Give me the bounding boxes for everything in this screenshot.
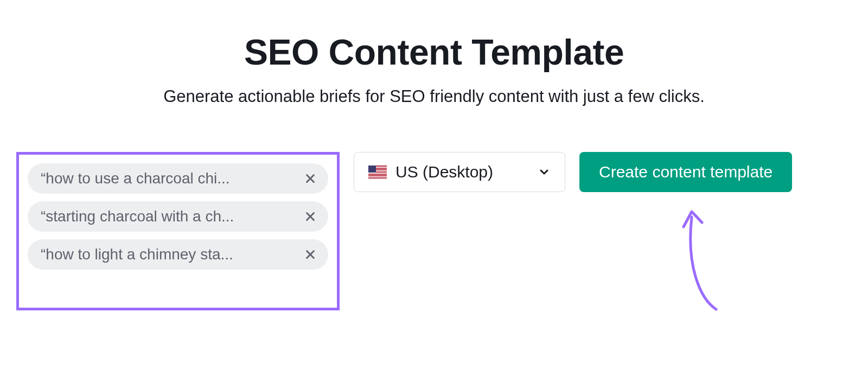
keyword-chip-label: “how to light a chimney sta...: [41, 246, 297, 263]
page-container: SEO Content Template Generate actionable…: [0, 0, 868, 310]
page-subtitle: Generate actionable briefs for SEO frien…: [0, 87, 868, 106]
locale-dropdown[interactable]: US (Desktop): [354, 152, 565, 192]
controls-row: “how to use a charcoal chi... “starting …: [0, 152, 868, 310]
keyword-chip-label: “starting charcoal with a ch...: [41, 208, 297, 225]
close-icon[interactable]: [303, 247, 317, 262]
keyword-chip-label: “how to use a charcoal chi...: [41, 170, 297, 187]
create-content-template-button[interactable]: Create content template: [579, 152, 792, 192]
chevron-down-icon: [538, 166, 551, 179]
close-icon[interactable]: [303, 209, 317, 224]
close-icon[interactable]: [303, 171, 317, 186]
keywords-input-box[interactable]: “how to use a charcoal chi... “starting …: [16, 152, 340, 310]
keyword-chip: “starting charcoal with a ch...: [28, 201, 328, 232]
locale-label: US (Desktop): [395, 163, 529, 181]
us-flag-icon: [368, 166, 387, 179]
page-title: SEO Content Template: [0, 31, 868, 73]
keyword-chip: “how to use a charcoal chi...: [28, 163, 328, 194]
keyword-chip: “how to light a chimney sta...: [28, 239, 328, 270]
